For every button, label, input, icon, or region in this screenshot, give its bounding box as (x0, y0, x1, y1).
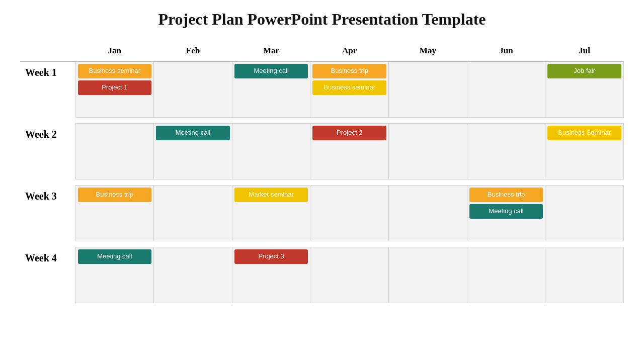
cell-week4-jul (545, 247, 624, 303)
corner-cell (20, 41, 75, 61)
week-label-2: Week 2 (20, 124, 75, 179)
cell-week3-apr (310, 186, 389, 241)
spacer-row-3 (20, 241, 624, 247)
month-header-apr: Apr (310, 41, 389, 61)
event-meeting-call: Meeting call (156, 126, 230, 140)
cell-week2-jan (75, 124, 154, 179)
event-project-2: Project 2 (312, 126, 386, 140)
week-row-2: Week 2Meeting callProject 2Business Semi… (20, 124, 624, 179)
cell-week2-jul: Business Seminar (545, 124, 624, 179)
cell-week1-may (389, 61, 467, 118)
cell-week4-may (389, 247, 467, 303)
cell-week4-feb (154, 247, 232, 303)
event-business-trip: Business trip (312, 64, 386, 78)
cell-week3-jul (545, 186, 624, 241)
week-row-4: Week 4Meeting callProject 3 (20, 247, 624, 303)
cell-week1-jul: Job fair (545, 61, 624, 118)
cell-week3-may (389, 186, 467, 241)
cell-week4-apr (310, 247, 389, 303)
cell-week2-may (389, 124, 467, 179)
event-meeting-call: Meeting call (78, 249, 152, 264)
cell-week4-jan: Meeting call (75, 247, 154, 303)
cell-week3-mar: Market seminar (232, 186, 310, 241)
event-meeting-call: Meeting call (234, 64, 308, 78)
week-row-3: Week 3Business tripMarket seminarBusines… (20, 186, 624, 241)
event-business-seminar: Business Seminar (547, 126, 621, 140)
cell-week1-feb (154, 61, 232, 118)
cell-week3-feb (154, 186, 232, 241)
week-row-1: Week 1Business seminarProject 1Meeting c… (20, 61, 624, 118)
event-business-trip: Business trip (469, 188, 543, 202)
event-job-fair: Job fair (547, 64, 621, 78)
calendar: JanFebMarAprMayJunJul Week 1Business sem… (20, 41, 624, 352)
spacer-row-1 (20, 118, 624, 124)
week-label-3: Week 3 (20, 186, 75, 241)
cell-week3-jan: Business trip (75, 186, 154, 241)
month-header-jan: Jan (75, 41, 154, 61)
week-label-1: Week 1 (20, 61, 75, 118)
week-label-4: Week 4 (20, 247, 75, 303)
cell-week2-feb: Meeting call (154, 124, 232, 179)
cell-week1-jun (467, 61, 545, 118)
event-business-trip: Business trip (78, 188, 152, 202)
cell-week2-mar (232, 124, 310, 179)
cell-week4-jun (467, 247, 545, 303)
month-header-jun: Jun (467, 41, 545, 61)
event-meeting-call: Meeting call (469, 204, 543, 219)
cell-week1-mar: Meeting call (232, 61, 310, 118)
cell-week2-apr: Project 2 (310, 124, 389, 179)
month-header-mar: Mar (232, 41, 310, 61)
event-project-1: Project 1 (78, 80, 152, 95)
cell-week4-mar: Project 3 (232, 247, 310, 303)
event-business-seminar: Business seminar (78, 64, 152, 78)
cell-week1-jan: Business seminarProject 1 (75, 61, 154, 118)
month-header-may: May (389, 41, 467, 61)
month-header-jul: Jul (545, 41, 624, 61)
event-project-3: Project 3 (234, 249, 308, 264)
spacer-row-2 (20, 179, 624, 186)
cell-week3-jun: Business tripMeeting call (467, 186, 545, 241)
page-title: Project Plan PowerPoint Presentation Tem… (158, 10, 486, 29)
month-header-feb: Feb (154, 41, 232, 61)
event-market-seminar: Market seminar (234, 188, 308, 202)
cell-week2-jun (467, 124, 545, 179)
cell-week1-apr: Business tripBusiness seminar (310, 61, 389, 118)
event-business-seminar: Business seminar (312, 80, 386, 95)
